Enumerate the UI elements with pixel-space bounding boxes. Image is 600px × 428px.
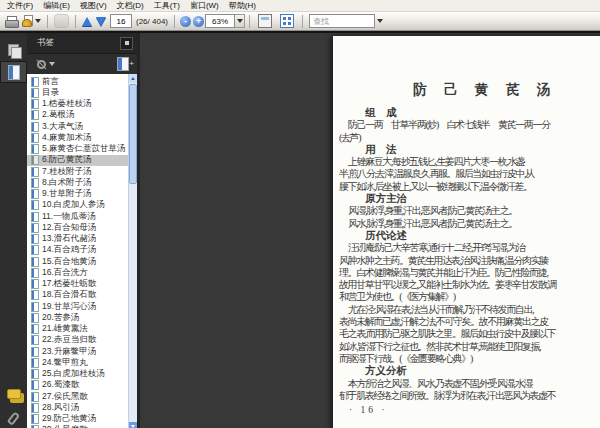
bookmarks-panel-button[interactable] — [0, 61, 27, 83]
bookmark-icon — [31, 268, 39, 278]
zoom-in-button[interactable]: + — [193, 16, 204, 27]
bookmark-item[interactable]: 2.葛根汤 — [27, 110, 129, 121]
bookmark-item[interactable]: 9.甘草附子汤 — [27, 189, 129, 200]
bookmark-icon — [31, 234, 39, 244]
page-number-input[interactable] — [110, 14, 132, 28]
bookmark-item[interactable]: 23.升麻鳖甲汤 — [27, 346, 129, 357]
document-text-line: · 16 · — [339, 404, 600, 416]
attachments-panel-button[interactable] — [0, 407, 27, 428]
bookmark-item[interactable]: 6.防己黄芪汤 — [27, 155, 129, 166]
document-text-line: 防 己 黄 芪 汤 — [339, 82, 600, 98]
document-text-line: 原方主治 — [339, 193, 600, 205]
bookmark-item[interactable]: 24.鳖甲煎丸 — [27, 357, 129, 368]
document-text-line: 和营卫为使也。(《医方集解》) — [339, 291, 600, 303]
document-text-line: 毛之表,而用防己驱之肌肤之里。服后如虫行皮中及腰以下 — [339, 328, 600, 340]
bookmark-icon — [31, 302, 39, 312]
menu-item[interactable]: 文件(F) — [2, 0, 38, 11]
bookmark-item[interactable]: 15.百合地黄汤 — [27, 256, 129, 267]
new-bookmark-button[interactable] — [117, 57, 129, 71]
bookmark-icon — [31, 99, 39, 109]
bookmark-item[interactable]: 22.赤豆当归散 — [27, 335, 129, 346]
bookmark-item[interactable]: 18.百合滑石散 — [27, 290, 129, 301]
menu-item[interactable]: 窗口(W) — [185, 0, 224, 11]
document-text-line: 尤在泾:风湿在表,法当从汗而解,乃汗不待发而自出, — [339, 304, 600, 316]
bookmark-item[interactable]: 21.雄黄熏法 — [27, 324, 129, 335]
bookmark-label: 22.赤豆当归散 — [42, 335, 96, 346]
bookmark-item[interactable]: 1.栝蒌桂枝汤 — [27, 99, 129, 110]
bookmark-item[interactable]: 13.滑石代赭汤 — [27, 234, 129, 245]
scroll-down-button[interactable] — [129, 422, 137, 428]
document-page: 防 己 黄 芪 汤 组 成 防己一两 甘草半两(炒) 白术七钱半 黄芪一两一分 … — [333, 36, 600, 428]
bookmark-item[interactable]: 25.白虎加桂枝汤 — [27, 369, 129, 380]
options-gear-icon[interactable] — [37, 60, 46, 69]
toolbar-separator — [47, 15, 48, 28]
bookmark-icon — [31, 257, 39, 267]
bookmark-list: 前言 目录 1.栝蒌桂枝汤 — [27, 74, 137, 428]
bookmark-item[interactable]: 8.白术附子汤 — [27, 177, 129, 188]
comments-icon — [7, 389, 21, 399]
menu-item[interactable]: 工具(T) — [149, 0, 185, 11]
bookmark-label: 17.栝蒌牡蛎散 — [42, 279, 96, 290]
zoom-dropdown-button[interactable] — [235, 14, 245, 28]
options-caret-icon[interactable] — [49, 62, 55, 66]
bookmark-item[interactable]: 目录 — [27, 87, 129, 98]
menu-item[interactable]: 帮助(H) — [224, 0, 261, 11]
print-button[interactable] — [3, 13, 20, 29]
next-page-button[interactable] — [94, 13, 108, 29]
panel-close-button[interactable] — [120, 37, 133, 50]
bookmark-item[interactable]: 14.百合鸡子汤 — [27, 245, 129, 256]
fit-page-button[interactable] — [276, 13, 298, 29]
bookmark-item[interactable]: 11.一物瓜蒂汤 — [27, 211, 129, 222]
bookmark-label: 16.百合洗方 — [42, 267, 88, 278]
bookmark-icon — [31, 122, 39, 132]
bookmark-item[interactable]: 16.百合洗方 — [27, 267, 129, 278]
bookmark-label: 14.百合鸡子汤 — [42, 245, 96, 256]
bookmark-icon — [31, 369, 39, 379]
menu-item[interactable]: 视图(V) — [75, 0, 112, 11]
bookmark-item[interactable]: 28.风引汤 — [27, 402, 129, 413]
document-text-line: 半,煎八分,去滓,温服,良久再服。服后当如虫行皮中,从 — [339, 168, 600, 180]
bookmark-item[interactable]: 前言 — [27, 76, 129, 87]
pages-panel-button[interactable] — [0, 39, 27, 61]
bookmark-item[interactable]: 10.白虎加人参汤 — [27, 200, 129, 211]
document-text-line: 故用甘草甘平以缓之,又能补土制水为佐。姜枣辛甘发散,调 — [339, 279, 600, 291]
find-input[interactable] — [309, 14, 375, 28]
bookmark-item[interactable]: 7.桂枝附子汤 — [27, 166, 129, 177]
navigation-strip — [0, 33, 27, 428]
bookmark-item[interactable]: 4.麻黄加术汤 — [27, 132, 129, 143]
bookmark-item[interactable]: 19.甘草泻心汤 — [27, 301, 129, 312]
bookmark-item[interactable]: 20.苦参汤 — [27, 312, 129, 323]
menu-item[interactable]: 编辑(E) — [38, 0, 75, 11]
bookmark-icon — [31, 403, 39, 413]
document-view[interactable]: 防 己 黄 芪 汤 组 成 防己一两 甘草半两(炒) 白术七钱半 黄芪一两一分 … — [140, 33, 600, 428]
bookmark-rows: 前言 目录 1.栝蒌桂枝汤 — [27, 76, 129, 428]
fit-width-button[interactable] — [254, 13, 276, 29]
comments-panel-button[interactable] — [0, 385, 27, 407]
menu-item[interactable]: 文档(D) — [112, 0, 149, 11]
bookmark-item[interactable]: 12.百合知母汤 — [27, 222, 129, 233]
document-text-line: 风肿水肿之主药。黄芪生用达表,治风注肤痛,温分肉实腠 — [339, 255, 600, 267]
zoom-out-button[interactable]: - — [180, 16, 191, 27]
bookmark-item[interactable]: 17.栝蒌牡蛎散 — [27, 279, 129, 290]
zoom-level-field[interactable]: 63% — [205, 14, 235, 28]
save-button[interactable] — [20, 13, 43, 29]
bookmark-item[interactable]: 26.蜀漆散 — [27, 380, 129, 391]
find-dropdown-caret-icon[interactable] — [377, 19, 383, 23]
chevron-up-icon — [131, 77, 135, 80]
toolbar-separator — [249, 15, 250, 28]
bookmark-item[interactable]: 3.大承气汤 — [27, 121, 129, 132]
bookmark-item[interactable]: 5.麻黄杏仁薏苡甘草汤 — [27, 144, 129, 155]
bookmark-icon — [31, 392, 39, 402]
document-text-line: 风水,脉浮,身重,汗出,恶风者,防己黄芪汤主之。 — [339, 218, 600, 230]
bookmark-item[interactable]: 29.防己地黄汤 — [27, 414, 129, 425]
scrollbar-thumb[interactable] — [129, 84, 137, 184]
previous-page-button[interactable] — [80, 13, 94, 29]
bookmark-scrollbar[interactable] — [128, 74, 137, 428]
bookmark-item[interactable]: 27.侯氏黑散 — [27, 391, 129, 402]
fit-page-icon — [280, 14, 294, 28]
paperclip-icon — [7, 411, 21, 426]
menu-bar: 文件(F) 编辑(E) 视图(V) 文档(D) 工具(T) 窗口(W) 帮助(H… — [0, 0, 600, 12]
scroll-up-button[interactable] — [129, 74, 137, 83]
save-dropdown-caret-icon[interactable] — [35, 19, 41, 23]
bookmarks-icon — [8, 65, 20, 80]
